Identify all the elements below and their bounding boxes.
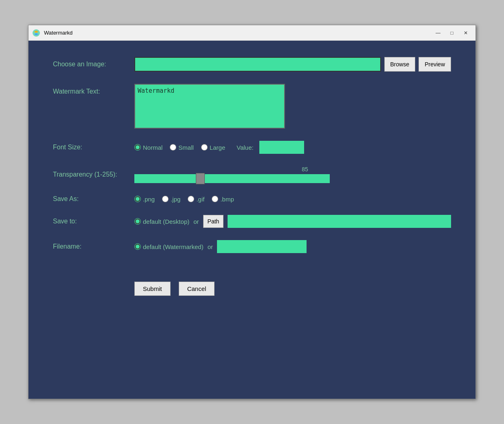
watermark-text-label: Watermark Text:	[53, 84, 134, 95]
filename-default-radio-item[interactable]: default (Watermarked)	[134, 243, 204, 250]
save-as-jpg-label: .jpg	[171, 196, 180, 203]
save-as-png-radio[interactable]	[134, 196, 141, 202]
save-as-gif-radio[interactable]	[188, 196, 194, 202]
save-as-jpg-radio[interactable]	[162, 196, 169, 202]
font-size-large-label: Large	[210, 144, 225, 151]
font-size-normal-label: Normal	[143, 144, 162, 151]
save-to-path-input[interactable]	[228, 215, 451, 228]
choose-image-label: Choose an Image:	[53, 61, 134, 68]
minimize-button[interactable]: —	[432, 27, 445, 39]
save-to-default-label: default (Desktop)	[143, 218, 189, 225]
save-to-default-radio-item[interactable]: default (Desktop)	[134, 218, 189, 225]
filename-row: Filename: default (Watermarked) or	[53, 240, 451, 253]
watermark-text-input[interactable]: Watermarkd	[134, 84, 285, 129]
path-button[interactable]: Path	[203, 215, 224, 228]
filename-default-radio[interactable]	[134, 243, 141, 250]
filename-default-label: default (Watermarked)	[143, 243, 204, 250]
save-as-row: Save As: .png .jpg .gif	[53, 195, 451, 203]
submit-row: Submit Cancel	[53, 282, 451, 296]
font-size-controls: Normal Small Large Value:	[134, 141, 451, 154]
restore-button[interactable]: □	[445, 27, 458, 39]
font-size-value-box	[259, 141, 304, 154]
submit-button[interactable]: Submit	[134, 282, 171, 296]
choose-image-controls: Browse Preview	[134, 57, 451, 72]
save-as-bmp-radio[interactable]	[212, 196, 218, 202]
save-to-or: or	[193, 218, 199, 225]
image-path-input[interactable]	[134, 57, 381, 72]
titlebar: Watermarkd — □ ✕	[28, 25, 476, 41]
save-as-gif[interactable]: .gif	[188, 196, 204, 203]
close-button[interactable]: ✕	[459, 27, 472, 39]
font-size-small-radio[interactable]	[170, 144, 176, 151]
font-size-large[interactable]: Large	[201, 144, 225, 151]
watermark-text-controls: Watermarkd	[134, 84, 451, 129]
save-as-jpg[interactable]: .jpg	[162, 196, 180, 203]
filename-custom-input[interactable]	[217, 240, 307, 253]
save-as-radio-group: .png .jpg .gif .bmp	[134, 196, 234, 203]
app-icon	[32, 28, 41, 37]
value-label: Value:	[237, 144, 253, 151]
font-size-label: Font Size:	[53, 144, 134, 151]
save-to-row: Save to: default (Desktop) or Path	[53, 215, 451, 228]
preview-button[interactable]: Preview	[419, 57, 451, 72]
save-as-bmp[interactable]: .bmp	[212, 196, 234, 203]
save-as-controls: .png .jpg .gif .bmp	[134, 196, 451, 203]
filename-controls: default (Watermarked) or	[134, 240, 451, 253]
font-size-radio-group: Normal Small Large	[134, 144, 225, 151]
font-size-small-label: Small	[178, 144, 194, 151]
font-size-normal[interactable]: Normal	[134, 144, 162, 151]
transparency-slider[interactable]	[134, 174, 330, 183]
cancel-button[interactable]: Cancel	[179, 282, 215, 296]
main-window: Watermarkd — □ ✕ Choose an Image: Browse…	[28, 25, 476, 399]
transparency-row: Transparency (1-255): 85	[53, 166, 451, 183]
save-as-png[interactable]: .png	[134, 196, 155, 203]
window-controls: — □ ✕	[432, 27, 472, 39]
transparency-controls: 85	[134, 166, 451, 183]
watermark-text-row: Watermark Text: Watermarkd	[53, 84, 451, 129]
window-title: Watermarkd	[44, 30, 432, 36]
browse-button[interactable]: Browse	[384, 57, 416, 72]
font-size-large-radio[interactable]	[201, 144, 208, 151]
choose-image-row: Choose an Image: Browse Preview	[53, 57, 451, 72]
font-size-row: Font Size: Normal Small Large	[53, 141, 451, 154]
svg-point-0	[33, 29, 40, 37]
font-size-small[interactable]: Small	[170, 144, 194, 151]
filename-or: or	[208, 243, 213, 250]
filename-label: Filename:	[53, 243, 134, 250]
transparency-label: Transparency (1-255):	[53, 171, 134, 178]
slider-container: 85	[134, 166, 451, 183]
save-as-gif-label: .gif	[196, 196, 204, 203]
save-as-png-label: .png	[143, 196, 155, 203]
font-size-normal-radio[interactable]	[134, 144, 141, 151]
transparency-value-display: 85	[302, 166, 308, 173]
form-content: Choose an Image: Browse Preview Watermar…	[28, 41, 476, 399]
save-to-label: Save to:	[53, 218, 134, 225]
save-to-default-radio[interactable]	[134, 218, 141, 225]
save-to-controls: default (Desktop) or Path	[134, 215, 451, 228]
save-as-bmp-label: .bmp	[220, 196, 234, 203]
save-as-label: Save As:	[53, 195, 134, 203]
